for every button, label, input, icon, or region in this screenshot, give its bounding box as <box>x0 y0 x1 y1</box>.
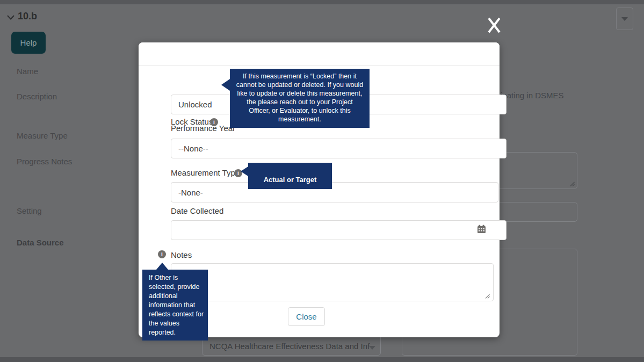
top-right-dropdown-button[interactable] <box>616 8 633 30</box>
bg-label-setting: Setting <box>17 206 42 215</box>
calendar-icon[interactable] <box>477 225 486 234</box>
dropdown-arrow-icon <box>621 17 628 21</box>
bg-clipped-text: ipating in DSMES <box>501 91 564 100</box>
help-button[interactable]: Help <box>11 32 46 54</box>
performance-year-input[interactable] <box>171 139 506 158</box>
bg-label-measure-type: Measure Type <box>17 131 68 140</box>
info-icon[interactable]: i <box>158 250 166 258</box>
help-button-label: Help <box>20 38 37 47</box>
bg-data-source-select-value: NCQA Healthcare Effectiveness Data and I… <box>209 342 371 351</box>
measurement-type-tooltip-text: Actual or Target <box>264 176 317 184</box>
bg-label-progress-notes: Progress Notes <box>17 157 72 166</box>
notes-label: Notes <box>171 250 192 259</box>
section-title: 10.b <box>18 11 37 22</box>
close-icon[interactable] <box>486 16 502 34</box>
measurement-type-input[interactable] <box>171 182 498 202</box>
close-button-label: Close <box>296 312 316 321</box>
close-button[interactable]: Close <box>288 307 325 326</box>
top-dark-strip <box>0 0 644 4</box>
bg-label-description: Description <box>17 92 57 101</box>
modal-header <box>139 42 500 66</box>
chevron-down-icon[interactable] <box>6 15 15 20</box>
select-arrow-icon <box>369 346 375 350</box>
measurement-type-label: Measurement Type <box>171 168 240 177</box>
date-collected-label: Date Collected <box>171 206 223 215</box>
measurement-type-tooltip: Actual or Target <box>248 163 332 189</box>
date-collected-input[interactable] <box>171 220 506 240</box>
resize-handle-icon[interactable] <box>484 293 490 299</box>
notes-tooltip: If Other is selected, provide additional… <box>142 270 208 341</box>
performance-year-label: Performance Year <box>171 124 235 133</box>
lock-status-tooltip: If this measurement is “Locked” then it … <box>230 69 370 128</box>
bg-label-data-source: Data Source <box>17 238 64 247</box>
bg-label-name: Name <box>17 67 38 76</box>
resize-handle-icon <box>569 181 575 187</box>
bottom-dark-strip <box>0 357 644 362</box>
notes-textarea[interactable] <box>171 263 494 301</box>
